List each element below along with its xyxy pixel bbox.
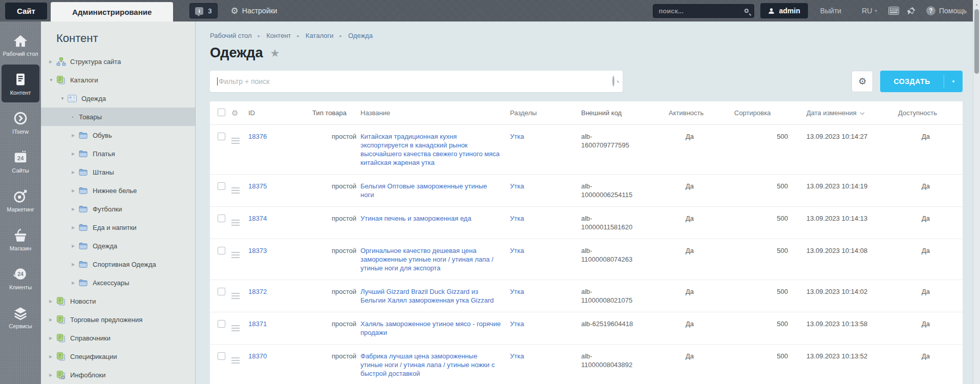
row-menu-icon[interactable] bbox=[231, 357, 240, 364]
row-menu-icon[interactable] bbox=[231, 325, 240, 331]
tree-toggle-icon[interactable]: ▶ bbox=[72, 188, 79, 193]
row-menu-icon[interactable] bbox=[231, 220, 240, 226]
sidebar-rail-item[interactable]: Магазин bbox=[2, 220, 39, 258]
row-id-link[interactable]: 18374 bbox=[248, 215, 267, 222]
row-name-link[interactable]: Халяль замороженное утиное мясо - горячи… bbox=[360, 320, 501, 336]
tree-toggle-icon[interactable]: ▶ bbox=[72, 133, 79, 138]
row-id-link[interactable]: 18371 bbox=[248, 320, 267, 328]
sidebar-rail-item[interactable]: Контент bbox=[2, 65, 39, 102]
tree-item[interactable]: ▶ Обувь bbox=[41, 126, 195, 144]
language-selector[interactable]: RU ▾ bbox=[862, 7, 877, 15]
tree-item[interactable]: ▶ Спортивная Одежда bbox=[41, 255, 195, 273]
tree-item[interactable]: ▶ Платья bbox=[41, 144, 195, 163]
sidebar-rail-item[interactable]: Рабочий стол bbox=[2, 26, 39, 63]
column-header-sections[interactable]: Разделы bbox=[510, 109, 581, 117]
row-id-link[interactable]: 18373 bbox=[248, 247, 267, 254]
tree-item[interactable]: ▶ Структура сайта bbox=[41, 52, 195, 71]
row-checkbox[interactable] bbox=[218, 288, 225, 295]
filter-search-input[interactable]: Фильтр + поиск bbox=[210, 71, 623, 92]
administration-tab[interactable]: Администрирование bbox=[51, 2, 173, 22]
row-name-link[interactable]: Бельгия Оптовые замороженные утиные ноги bbox=[360, 182, 487, 199]
tree-toggle-icon[interactable]: ▶ bbox=[72, 262, 79, 267]
tree-toggle-icon[interactable]: ▶ bbox=[49, 317, 56, 322]
create-dropdown-icon[interactable]: ▾ bbox=[944, 71, 963, 92]
sidebar-rail-item[interactable]: Маркетинг bbox=[2, 181, 39, 219]
tree-item[interactable]: ▪ Товары bbox=[41, 108, 195, 126]
pin-panel-button[interactable] bbox=[907, 7, 916, 15]
help-button[interactable]: ? Помощь bbox=[926, 6, 967, 15]
row-checkbox[interactable] bbox=[218, 247, 225, 254]
create-button[interactable]: СОЗДАТЬ ▾ bbox=[880, 71, 963, 92]
page-scrollbar[interactable]: ▲ bbox=[973, 0, 980, 384]
grid-settings-button[interactable]: ⚙ bbox=[851, 71, 873, 92]
row-name-link[interactable]: Утиная печень и замороженная еда bbox=[360, 215, 471, 222]
tree-toggle-icon[interactable]: ▼ bbox=[60, 96, 68, 101]
site-tab-button[interactable]: Сайт bbox=[5, 3, 47, 19]
tree-item[interactable]: ▶ Штаны bbox=[41, 163, 195, 181]
column-header-modified[interactable]: Дата изменения bbox=[806, 109, 898, 117]
row-id-link[interactable]: 18375 bbox=[248, 182, 267, 190]
tree-toggle-icon[interactable]: ▶ bbox=[72, 170, 79, 175]
sidebar-rail-item[interactable]: 24 Сайты bbox=[2, 142, 39, 180]
column-header-type[interactable]: Тип товара bbox=[312, 109, 360, 117]
hotkeys-button[interactable] bbox=[888, 7, 899, 15]
tree-toggle-icon[interactable]: ▶ bbox=[49, 336, 56, 340]
row-section-link[interactable]: Утка bbox=[510, 133, 524, 140]
row-id-link[interactable]: 18372 bbox=[248, 288, 267, 295]
row-menu-icon[interactable] bbox=[231, 252, 240, 258]
favorite-star-icon[interactable]: ★ bbox=[270, 47, 280, 59]
column-settings-icon[interactable]: ⚙ bbox=[231, 109, 238, 117]
row-checkbox[interactable] bbox=[218, 133, 225, 140]
tree-item[interactable]: ▼ Каталоги bbox=[41, 71, 195, 89]
column-header-id[interactable]: ID bbox=[244, 109, 312, 117]
breadcrumb-link[interactable]: Одежда bbox=[348, 32, 373, 39]
row-checkbox[interactable] bbox=[218, 182, 225, 190]
tree-toggle-icon[interactable]: ▶ bbox=[72, 152, 79, 156]
row-checkbox[interactable] bbox=[218, 215, 225, 222]
tree-toggle-icon[interactable]: ▶ bbox=[49, 354, 56, 359]
column-header-active[interactable]: Активность bbox=[669, 109, 734, 117]
tree-toggle-icon[interactable]: ▼ bbox=[49, 78, 56, 82]
logout-link[interactable]: Выйти bbox=[820, 7, 841, 15]
row-section-link[interactable]: Утка bbox=[510, 215, 524, 222]
tree-toggle-icon[interactable]: ▶ bbox=[72, 207, 79, 211]
search-icon[interactable] bbox=[744, 9, 749, 13]
tree-toggle-icon[interactable]: ▪ bbox=[72, 114, 79, 120]
tree-toggle-icon[interactable]: ▶ bbox=[49, 299, 56, 304]
tree-item[interactable]: ▶ Футболки bbox=[41, 200, 195, 218]
column-header-availability[interactable]: Доступность bbox=[898, 109, 963, 117]
row-section-link[interactable]: Утка bbox=[510, 288, 524, 295]
row-section-link[interactable]: Утка bbox=[510, 182, 524, 190]
settings-button[interactable]: ⚙ Настройки bbox=[231, 7, 278, 15]
breadcrumb-link[interactable]: Рабочий стол bbox=[210, 32, 252, 39]
tree-item[interactable]: ▶ Торговые предложения bbox=[41, 310, 195, 329]
row-name-link[interactable]: Фабрика лучшая цена замороженные утиные … bbox=[360, 352, 495, 377]
user-menu-button[interactable]: admin bbox=[760, 3, 807, 18]
breadcrumb-link[interactable]: Каталоги bbox=[306, 32, 334, 39]
tree-item[interactable]: ▶ Спецификации bbox=[41, 347, 195, 366]
global-search-input[interactable]: поиск... bbox=[653, 4, 754, 18]
tree-item[interactable]: ▼ Одежда bbox=[41, 89, 195, 108]
row-section-link[interactable]: Утка bbox=[510, 320, 524, 328]
sidebar-rail-item[interactable]: ITserw bbox=[2, 103, 39, 141]
select-all-checkbox[interactable] bbox=[218, 109, 225, 116]
tree-toggle-icon[interactable]: ▶ bbox=[49, 59, 56, 64]
row-id-link[interactable]: 18376 bbox=[248, 133, 267, 140]
row-section-link[interactable]: Утка bbox=[510, 352, 524, 360]
tree-toggle-icon[interactable]: ▶ bbox=[49, 373, 56, 377]
row-checkbox[interactable] bbox=[218, 352, 225, 360]
row-name-link[interactable]: Лучший Gizzard Brazil Duck Gizzard из Бе… bbox=[360, 288, 494, 304]
breadcrumb-link[interactable]: Контент bbox=[266, 32, 291, 39]
sidebar-rail-item[interactable]: Сервисы bbox=[2, 298, 39, 336]
tree-item[interactable]: ▶ Новости bbox=[41, 292, 195, 310]
create-button-label[interactable]: СОЗДАТЬ bbox=[880, 71, 944, 92]
row-id-link[interactable]: 18370 bbox=[248, 352, 267, 360]
row-section-link[interactable]: Утка bbox=[510, 247, 524, 254]
notifications-button[interactable]: i 3 bbox=[189, 3, 217, 18]
tree-toggle-icon[interactable]: ▶ bbox=[72, 225, 79, 230]
filter-search-icon[interactable] bbox=[612, 76, 614, 87]
tree-toggle-icon[interactable]: ▶ bbox=[72, 244, 79, 248]
column-header-name[interactable]: Название bbox=[360, 109, 510, 117]
row-menu-icon[interactable] bbox=[231, 187, 240, 194]
tree-item[interactable]: ▶ Нижнее белье bbox=[41, 181, 195, 200]
